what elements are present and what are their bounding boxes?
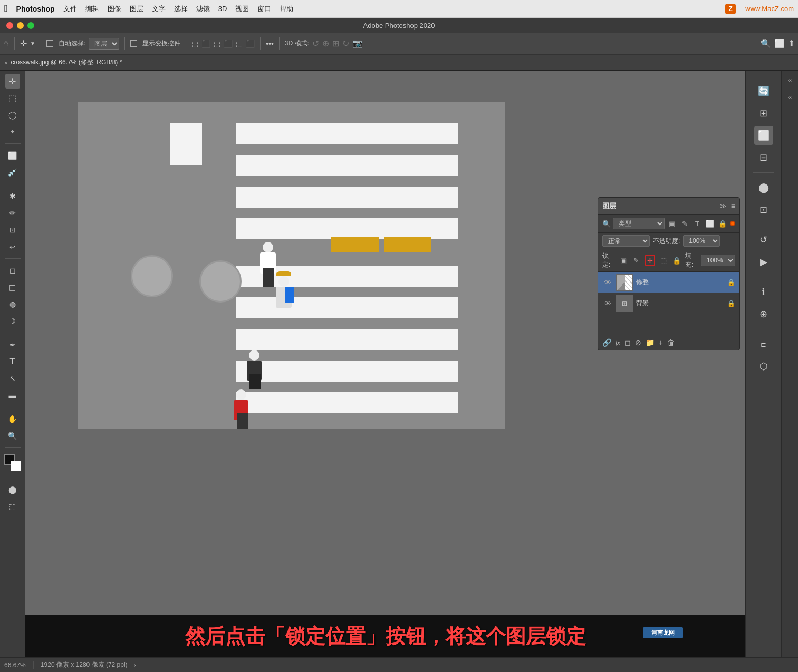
history-brush-tool[interactable]: ↩: [5, 239, 20, 254]
align-bottom-icon[interactable]: ⬛: [246, 40, 255, 48]
rp-layers-icon[interactable]: ⬜: [754, 126, 773, 145]
minimize-button[interactable]: [17, 22, 24, 29]
layers-adjust-icon[interactable]: ⊘: [635, 338, 641, 347]
path-select-tool[interactable]: ↖: [5, 371, 20, 386]
3d-orbit-icon[interactable]: ↺: [312, 38, 319, 48]
move-tool-dropdown[interactable]: ▼: [30, 41, 35, 46]
move-tool[interactable]: ✛: [5, 74, 20, 89]
eyedropper-tool[interactable]: 💉: [5, 165, 20, 180]
text-tool[interactable]: T: [5, 354, 20, 369]
lock-position-btn[interactable]: ✛: [645, 255, 656, 266]
brush-tool[interactable]: ✏: [5, 206, 20, 220]
rp-channels-icon[interactable]: ⊞: [754, 104, 773, 123]
layers-link-icon[interactable]: 🔗: [602, 338, 611, 347]
workspace-icon[interactable]: ⬜: [774, 38, 785, 48]
layer-visibility-background[interactable]: 👁: [602, 299, 613, 308]
filter-pixel-icon[interactable]: ▣: [667, 220, 677, 228]
expand-right-icon[interactable]: ‹‹: [784, 74, 796, 86]
search-icon[interactable]: 🔍: [761, 38, 771, 48]
shape-tool[interactable]: ▬: [5, 388, 20, 403]
move-tool-icon[interactable]: ✛: [20, 38, 27, 48]
layers-group-icon[interactable]: 📁: [646, 338, 655, 347]
menu-item-help[interactable]: 帮助: [280, 4, 293, 14]
quick-mask-tool[interactable]: ⬤: [5, 482, 20, 497]
rp-paths-icon[interactable]: ⊟: [754, 148, 773, 167]
menu-item-3d[interactable]: 3D: [218, 5, 227, 13]
rp-info-icon[interactable]: ℹ: [754, 283, 773, 301]
blend-mode-select[interactable]: 正常 溶解 正片叠底: [602, 235, 650, 247]
filter-type-select[interactable]: 类型 名称 效果: [613, 218, 665, 229]
filter-smart-icon[interactable]: 🔒: [717, 220, 728, 228]
lock-artboard-btn[interactable]: ⬚: [658, 255, 668, 266]
share-icon[interactable]: ⬆: [788, 38, 795, 48]
filter-text-icon[interactable]: T: [692, 220, 703, 228]
pen-tool[interactable]: ✒: [5, 337, 20, 352]
tab-label[interactable]: crosswalk.jpg @ 66.7% (修整, RGB/8) *: [11, 58, 122, 67]
rp-properties-icon[interactable]: 🔄: [754, 82, 773, 101]
layers-add-icon[interactable]: +: [659, 338, 663, 347]
close-button[interactable]: [6, 22, 13, 29]
auto-select-checkbox[interactable]: [46, 40, 53, 47]
background-color[interactable]: [11, 461, 21, 471]
menu-item-edit[interactable]: 编辑: [85, 4, 99, 14]
rp-swatches-icon[interactable]: ⬤: [754, 178, 773, 197]
layers-collapse-icon[interactable]: ≫: [720, 202, 727, 210]
menu-item-filter[interactable]: 滤镜: [196, 4, 210, 14]
auto-select-type[interactable]: 图层 组: [89, 38, 119, 50]
menu-item-view[interactable]: 视图: [235, 4, 249, 14]
align-center-v-icon[interactable]: ⬚: [236, 40, 243, 48]
hand-tool[interactable]: ✋: [5, 412, 20, 426]
3d-roll-icon[interactable]: ↻: [342, 38, 349, 48]
rp-char-icon[interactable]: ⊏: [754, 335, 773, 354]
menu-item-window[interactable]: 窗口: [257, 4, 271, 14]
layers-fx-icon[interactable]: fx: [616, 339, 620, 347]
rp-adjustments-icon[interactable]: ⊡: [754, 200, 773, 219]
menu-item-file[interactable]: 文件: [63, 4, 77, 14]
apple-menu[interactable]: : [4, 3, 8, 14]
color-boxes[interactable]: [4, 454, 21, 471]
show-transform-checkbox[interactable]: [130, 40, 137, 47]
filter-shape-icon[interactable]: ⬜: [705, 220, 715, 228]
fullscreen-button[interactable]: [27, 22, 34, 29]
layer-item-xiuzheng[interactable]: 👁 修整 🔒: [598, 272, 739, 293]
menu-item-text[interactable]: 文字: [152, 4, 166, 14]
lasso-tool[interactable]: ⌖: [5, 124, 20, 139]
tab-close-icon[interactable]: ×: [4, 60, 7, 66]
align-right-icon[interactable]: ⬚: [214, 40, 220, 48]
layers-mask-icon[interactable]: ◻: [624, 338, 631, 347]
gradient-tool[interactable]: ▥: [5, 280, 20, 295]
fill-select[interactable]: 100% 75% 50%: [701, 255, 735, 266]
align-top-icon[interactable]: ⬛: [224, 40, 233, 48]
align-left-icon[interactable]: ⬚: [191, 40, 198, 48]
expand-right2-icon[interactable]: ‹‹: [784, 91, 796, 103]
3d-camera-icon[interactable]: 📷: [352, 38, 363, 48]
zoom-tool[interactable]: 🔍: [5, 428, 20, 443]
lock-all-btn[interactable]: 🔒: [672, 255, 682, 266]
selection-rect-tool[interactable]: ⬚: [5, 91, 20, 105]
home-icon[interactable]: ⌂: [3, 38, 9, 49]
3d-zoom-icon[interactable]: ⊞: [332, 38, 339, 48]
rp-libraries-icon[interactable]: ⬡: [754, 357, 773, 376]
crop-tool[interactable]: ⬜: [5, 148, 20, 163]
layer-visibility-xiuzheng[interactable]: 👁: [602, 278, 613, 287]
3d-pan-icon[interactable]: ⊕: [322, 38, 329, 48]
clone-stamp-tool[interactable]: ⊡: [5, 222, 20, 237]
lock-transparent-btn[interactable]: ▣: [618, 255, 628, 266]
opacity-select[interactable]: 100% 75% 50%: [683, 235, 720, 247]
filter-adjustment-icon[interactable]: ✎: [679, 220, 690, 228]
blur-tool[interactable]: ◍: [5, 297, 20, 311]
menu-item-image[interactable]: 图像: [108, 4, 121, 14]
menu-item-select[interactable]: 选择: [174, 4, 188, 14]
rp-history-icon[interactable]: ↺: [754, 230, 773, 249]
rp-actions-icon[interactable]: ▶: [754, 252, 773, 271]
screen-mode[interactable]: ⬚: [5, 499, 20, 514]
layers-menu-icon[interactable]: ≡: [731, 202, 735, 210]
menu-item-layer[interactable]: 图层: [130, 4, 143, 14]
more-options-icon[interactable]: •••: [266, 40, 274, 48]
rp-navigator-icon[interactable]: ⊕: [754, 305, 773, 324]
eraser-tool[interactable]: ◻: [5, 263, 20, 278]
align-center-h-icon[interactable]: ⬛: [201, 40, 210, 48]
status-arrow[interactable]: ›: [134, 661, 136, 669]
layers-delete-icon[interactable]: 🗑: [667, 338, 675, 347]
lock-pixels-btn[interactable]: ✎: [631, 255, 641, 266]
